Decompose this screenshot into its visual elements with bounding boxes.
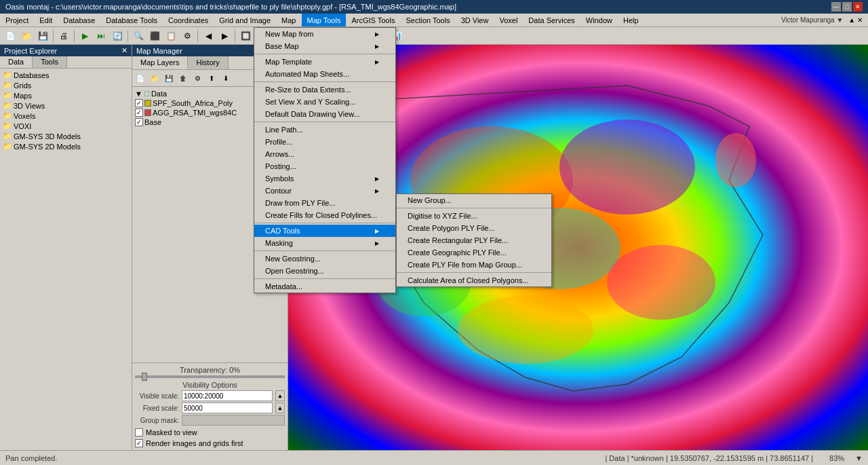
menu-automated-map-sheets[interactable]: Automated Map Sheets... bbox=[254, 68, 395, 80]
menu-create-fills[interactable]: Create Fills for Closed Polylines... bbox=[254, 209, 395, 221]
refresh-btn[interactable]: 🔄 bbox=[110, 29, 125, 43]
mm-down[interactable]: ⬇ bbox=[219, 71, 233, 85]
mm-settings[interactable]: ⚙ bbox=[191, 71, 204, 85]
menu-resize-data[interactable]: Re-Size to Data Extents... bbox=[254, 83, 395, 96]
menu-masking[interactable]: Masking▶ bbox=[254, 237, 395, 249]
menu-3d-view[interactable]: 3D View bbox=[456, 14, 494, 26]
tree-item-grids[interactable]: 📁 Grids bbox=[1, 80, 130, 90]
icon1[interactable]: 🔍 bbox=[131, 29, 146, 43]
menu-coordinates[interactable]: Coordinates bbox=[163, 14, 214, 26]
icon2[interactable]: ⬛ bbox=[147, 29, 162, 43]
group-mask-row: Group mask: bbox=[135, 415, 285, 426]
visible-scale-input[interactable] bbox=[182, 390, 273, 401]
expand-icon: ▼ bbox=[135, 90, 142, 98]
menu-data-services[interactable]: Data Services bbox=[523, 14, 580, 26]
cad-create-rect-ply[interactable]: Create Rectangular PLY File... bbox=[397, 234, 551, 246]
tab-map-layers[interactable]: Map Layers bbox=[132, 56, 188, 69]
menu-grid-image[interactable]: Grid and Image bbox=[214, 14, 276, 26]
mm-delete[interactable]: 🗑 bbox=[176, 71, 190, 85]
tree-item-databases[interactable]: 📁 Databases bbox=[1, 70, 130, 80]
group-mask-input[interactable] bbox=[182, 415, 285, 426]
new-btn[interactable]: 📄 bbox=[3, 29, 18, 43]
menu-map-tools[interactable]: Map Tools bbox=[302, 14, 347, 26]
icon3[interactable]: 📋 bbox=[163, 29, 178, 43]
menu-line-path[interactable]: Line Path... bbox=[254, 124, 395, 136]
menu-draw-ply[interactable]: Draw from PLY File... bbox=[254, 197, 395, 209]
tree-item-3dviews[interactable]: 📁 3D Views bbox=[1, 100, 130, 111]
menu-arcgis-tools[interactable]: ArcGIS Tools bbox=[346, 14, 400, 26]
menu-symbols[interactable]: Symbols▶ bbox=[254, 172, 395, 185]
play-end-btn[interactable]: ⏭ bbox=[94, 29, 108, 43]
menu-cad-tools[interactable]: CAD Tools▶ bbox=[254, 225, 395, 237]
play-btn[interactable]: ▶ bbox=[77, 29, 92, 43]
title-bar: Oasis montaj - c:\users\victor.mapuranga… bbox=[0, 0, 868, 14]
tree-item-gm3d[interactable]: 📁 GM-SYS 3D Models bbox=[1, 131, 130, 141]
menu-posting[interactable]: Posting... bbox=[254, 160, 395, 172]
tree-item-maps[interactable]: 📁 Maps bbox=[1, 90, 130, 100]
save-btn[interactable]: 💾 bbox=[35, 29, 50, 43]
icon4[interactable]: ⚙ bbox=[180, 29, 195, 43]
render-images-checkbox[interactable] bbox=[135, 439, 143, 447]
cad-new-group[interactable]: New Group... bbox=[397, 194, 551, 206]
menu-map-template[interactable]: Map Template▶ bbox=[254, 56, 395, 68]
menu-base-map[interactable]: Base Map▶ bbox=[254, 40, 395, 52]
cad-create-polygon-ply[interactable]: Create Polygon PLY File... bbox=[397, 222, 551, 234]
mm-up[interactable]: ⬆ bbox=[205, 71, 218, 85]
transparency-thumb[interactable] bbox=[142, 373, 147, 381]
menu-help[interactable]: Help bbox=[618, 14, 644, 26]
nav-back[interactable]: ◀ bbox=[201, 29, 216, 43]
nav-fwd[interactable]: ▶ bbox=[217, 29, 232, 43]
masked-view-checkbox[interactable] bbox=[135, 428, 143, 436]
close-btn[interactable]: ✕ bbox=[853, 2, 863, 12]
minimize-btn[interactable]: — bbox=[831, 2, 841, 12]
menu-arrows[interactable]: Arrows... bbox=[254, 148, 395, 160]
menu-profile[interactable]: Profile... bbox=[254, 136, 395, 148]
menu-edit[interactable]: Edit bbox=[34, 14, 58, 26]
project-explorer-close[interactable]: ✕ bbox=[121, 46, 127, 55]
print-btn[interactable]: 🖨 bbox=[56, 29, 71, 43]
transparency-slider[interactable] bbox=[135, 375, 285, 378]
menu-map[interactable]: Map bbox=[276, 14, 301, 26]
layer-checkbox-agg[interactable] bbox=[135, 109, 143, 117]
cad-create-ply-from-group[interactable]: Create PLY File from Map Group... bbox=[397, 259, 551, 271]
menu-open-geostring[interactable]: Open Geostring... bbox=[254, 265, 395, 277]
cad-digitise-xyz[interactable]: Digitise to XYZ File... bbox=[397, 210, 551, 222]
menu-new-map-from[interactable]: New Map from▶ bbox=[254, 28, 395, 40]
render-images-row: Render images and grids first bbox=[135, 439, 285, 447]
menu-contour[interactable]: Contour▶ bbox=[254, 185, 395, 197]
visible-scale-btn[interactable]: ▲ bbox=[275, 390, 285, 401]
menu-metadata[interactable]: Metadata... bbox=[254, 280, 395, 293]
extra-controls[interactable]: ▲ ✕ bbox=[848, 16, 863, 24]
menu-default-data-view[interactable]: Default Data Drawing View... bbox=[254, 108, 395, 120]
menu-voxel[interactable]: Voxel bbox=[494, 14, 523, 26]
mm-new[interactable]: 📄 bbox=[134, 71, 147, 85]
cad-calculate-area[interactable]: Calculate Area of Closed Polygons... bbox=[397, 274, 551, 286]
menu-new-geostring[interactable]: New Geostring... bbox=[254, 253, 395, 265]
cad-create-geo-ply[interactable]: Create Geographic PLY File... bbox=[397, 246, 551, 259]
tree-item-voxi[interactable]: 📁 VOXI bbox=[1, 121, 130, 131]
zoom-dropdown[interactable]: ▼ bbox=[855, 454, 863, 462]
tree-label: Maps bbox=[14, 92, 32, 100]
tab-data[interactable]: Data bbox=[0, 56, 33, 68]
menu-set-view-xy[interactable]: Set View X and Y Scaling... bbox=[254, 96, 395, 108]
fixed-scale-btn[interactable]: ▲ bbox=[275, 403, 285, 413]
mm-save[interactable]: 💾 bbox=[162, 71, 176, 85]
tab-tools[interactable]: Tools bbox=[33, 56, 67, 68]
tab-history[interactable]: History bbox=[188, 56, 228, 69]
mm-open[interactable]: 📁 bbox=[148, 71, 161, 85]
maximize-btn[interactable]: □ bbox=[842, 2, 852, 12]
menu-database[interactable]: Database bbox=[58, 14, 100, 26]
zoom-in[interactable]: 🔲 bbox=[238, 29, 253, 43]
tree-item-gm2d[interactable]: 📁 GM-SYS 2D Models bbox=[1, 141, 130, 151]
menu-database-tools[interactable]: Database Tools bbox=[100, 14, 163, 26]
open-btn[interactable]: 📁 bbox=[19, 29, 34, 43]
menu-window[interactable]: Window bbox=[580, 14, 618, 26]
sep5 bbox=[235, 30, 235, 42]
layer-checkbox-spf[interactable] bbox=[135, 99, 143, 107]
menu-section-tools[interactable]: Section Tools bbox=[400, 14, 455, 26]
menu-project[interactable]: Project bbox=[0, 14, 34, 26]
layer-checkbox-base[interactable] bbox=[135, 118, 143, 126]
folder-icon: 📁 bbox=[3, 111, 12, 120]
fixed-scale-input[interactable] bbox=[182, 403, 273, 413]
tree-item-voxels[interactable]: 📁 Voxels bbox=[1, 111, 130, 121]
